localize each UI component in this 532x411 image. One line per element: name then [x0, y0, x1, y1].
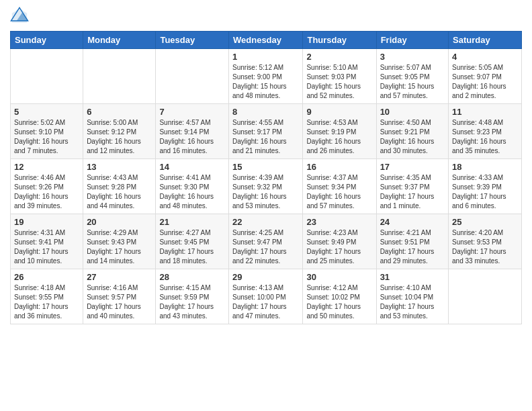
cell-daylight-info: Sunrise: 4:12 AM Sunset: 10:02 PM Daylig…: [306, 283, 372, 321]
cell-day-number: 10: [380, 107, 445, 117]
cell-day-number: 9: [306, 107, 372, 117]
cell-daylight-info: Sunrise: 4:33 AM Sunset: 9:39 PM Dayligh…: [452, 173, 518, 211]
header: [10, 7, 522, 26]
calendar-table: SundayMondayTuesdayWednesdayThursdayFrid…: [10, 31, 522, 324]
calendar-cell: 3Sunrise: 5:07 AM Sunset: 9:05 PM Daylig…: [376, 49, 448, 104]
cell-daylight-info: Sunrise: 4:48 AM Sunset: 9:23 PM Dayligh…: [452, 118, 518, 156]
week-row-4: 19Sunrise: 4:31 AM Sunset: 9:41 PM Dayli…: [11, 214, 522, 269]
cell-day-number: 17: [380, 162, 445, 172]
cell-day-number: 21: [159, 217, 225, 227]
weekday-header-thursday: Thursday: [303, 32, 376, 49]
calendar-cell: 20Sunrise: 4:29 AM Sunset: 9:43 PM Dayli…: [83, 214, 156, 269]
cell-daylight-info: Sunrise: 4:20 AM Sunset: 9:53 PM Dayligh…: [452, 228, 518, 266]
cell-day-number: 14: [159, 162, 225, 172]
cell-day-number: 19: [14, 217, 79, 227]
calendar-cell: 16Sunrise: 4:37 AM Sunset: 9:34 PM Dayli…: [303, 159, 376, 214]
cell-day-number: 12: [14, 162, 79, 172]
cell-day-number: 7: [159, 107, 225, 117]
cell-daylight-info: Sunrise: 4:16 AM Sunset: 9:57 PM Dayligh…: [87, 283, 152, 321]
cell-day-number: 6: [87, 107, 152, 117]
calendar-cell: 15Sunrise: 4:39 AM Sunset: 9:32 PM Dayli…: [229, 159, 303, 214]
cell-daylight-info: Sunrise: 4:13 AM Sunset: 10:00 PM Daylig…: [232, 283, 299, 321]
cell-daylight-info: Sunrise: 4:50 AM Sunset: 9:21 PM Dayligh…: [380, 118, 445, 156]
calendar-cell: 28Sunrise: 4:15 AM Sunset: 9:59 PM Dayli…: [156, 269, 229, 324]
calendar-cell: 29Sunrise: 4:13 AM Sunset: 10:00 PM Dayl…: [229, 269, 303, 324]
cell-day-number: 5: [14, 107, 79, 117]
calendar-cell: 10Sunrise: 4:50 AM Sunset: 9:21 PM Dayli…: [376, 104, 448, 159]
cell-day-number: 4: [452, 52, 518, 62]
calendar-cell: 18Sunrise: 4:33 AM Sunset: 9:39 PM Dayli…: [449, 159, 522, 214]
calendar-cell: 23Sunrise: 4:23 AM Sunset: 9:49 PM Dayli…: [303, 214, 376, 269]
cell-daylight-info: Sunrise: 4:57 AM Sunset: 9:14 PM Dayligh…: [159, 118, 225, 156]
cell-day-number: 25: [452, 217, 518, 227]
calendar-cell: 19Sunrise: 4:31 AM Sunset: 9:41 PM Dayli…: [11, 214, 83, 269]
calendar-cell: 31Sunrise: 4:10 AM Sunset: 10:04 PM Dayl…: [376, 269, 448, 324]
calendar-cell: 1Sunrise: 5:12 AM Sunset: 9:00 PM Daylig…: [229, 49, 303, 104]
cell-day-number: 13: [87, 162, 152, 172]
cell-daylight-info: Sunrise: 5:10 AM Sunset: 9:03 PM Dayligh…: [306, 63, 372, 101]
calendar-cell: 13Sunrise: 4:43 AM Sunset: 9:28 PM Dayli…: [83, 159, 156, 214]
weekday-header-sunday: Sunday: [11, 32, 83, 49]
cell-daylight-info: Sunrise: 4:41 AM Sunset: 9:30 PM Dayligh…: [159, 173, 225, 211]
cell-daylight-info: Sunrise: 5:00 AM Sunset: 9:12 PM Dayligh…: [87, 118, 152, 156]
cell-day-number: 18: [452, 162, 518, 172]
cell-daylight-info: Sunrise: 4:29 AM Sunset: 9:43 PM Dayligh…: [87, 228, 152, 266]
week-row-3: 12Sunrise: 4:46 AM Sunset: 9:26 PM Dayli…: [11, 159, 522, 214]
calendar-cell: 2Sunrise: 5:10 AM Sunset: 9:03 PM Daylig…: [303, 49, 376, 104]
cell-daylight-info: Sunrise: 4:21 AM Sunset: 9:51 PM Dayligh…: [380, 228, 445, 266]
calendar-cell: 26Sunrise: 4:18 AM Sunset: 9:55 PM Dayli…: [11, 269, 83, 324]
cell-daylight-info: Sunrise: 4:53 AM Sunset: 9:19 PM Dayligh…: [306, 118, 372, 156]
calendar-cell: 8Sunrise: 4:55 AM Sunset: 9:17 PM Daylig…: [229, 104, 303, 159]
calendar-cell: [11, 49, 83, 104]
cell-day-number: 8: [232, 107, 299, 117]
calendar-cell: 17Sunrise: 4:35 AM Sunset: 9:37 PM Dayli…: [376, 159, 448, 214]
cell-daylight-info: Sunrise: 4:15 AM Sunset: 9:59 PM Dayligh…: [159, 283, 225, 321]
calendar-cell: 27Sunrise: 4:16 AM Sunset: 9:57 PM Dayli…: [83, 269, 156, 324]
calendar-cell: 11Sunrise: 4:48 AM Sunset: 9:23 PM Dayli…: [449, 104, 522, 159]
cell-daylight-info: Sunrise: 5:02 AM Sunset: 9:10 PM Dayligh…: [14, 118, 79, 156]
week-row-2: 5Sunrise: 5:02 AM Sunset: 9:10 PM Daylig…: [11, 104, 522, 159]
cell-daylight-info: Sunrise: 4:35 AM Sunset: 9:37 PM Dayligh…: [380, 173, 445, 211]
cell-day-number: 15: [232, 162, 299, 172]
logo-icon: [10, 7, 29, 26]
cell-daylight-info: Sunrise: 4:18 AM Sunset: 9:55 PM Dayligh…: [14, 283, 79, 321]
cell-day-number: 22: [232, 217, 299, 227]
cell-day-number: 20: [87, 217, 152, 227]
calendar-cell: 5Sunrise: 5:02 AM Sunset: 9:10 PM Daylig…: [11, 104, 83, 159]
week-row-1: 1Sunrise: 5:12 AM Sunset: 9:00 PM Daylig…: [11, 49, 522, 104]
cell-daylight-info: Sunrise: 5:12 AM Sunset: 9:00 PM Dayligh…: [232, 63, 299, 101]
calendar-cell: 30Sunrise: 4:12 AM Sunset: 10:02 PM Dayl…: [303, 269, 376, 324]
cell-day-number: 23: [306, 217, 372, 227]
cell-day-number: 11: [452, 107, 518, 117]
cell-day-number: 3: [380, 52, 445, 62]
weekday-header-friday: Friday: [376, 32, 448, 49]
calendar-cell: [156, 49, 229, 104]
calendar-cell: [449, 269, 522, 324]
cell-day-number: 31: [380, 272, 445, 282]
cell-daylight-info: Sunrise: 4:25 AM Sunset: 9:47 PM Dayligh…: [232, 228, 299, 266]
cell-day-number: 30: [306, 272, 372, 282]
calendar-cell: 6Sunrise: 5:00 AM Sunset: 9:12 PM Daylig…: [83, 104, 156, 159]
cell-daylight-info: Sunrise: 5:05 AM Sunset: 9:07 PM Dayligh…: [452, 63, 518, 101]
cell-day-number: 24: [380, 217, 445, 227]
calendar-cell: [83, 49, 156, 104]
calendar-cell: 25Sunrise: 4:20 AM Sunset: 9:53 PM Dayli…: [449, 214, 522, 269]
cell-daylight-info: Sunrise: 4:43 AM Sunset: 9:28 PM Dayligh…: [87, 173, 152, 211]
cell-day-number: 27: [87, 272, 152, 282]
cell-day-number: 26: [14, 272, 79, 282]
cell-daylight-info: Sunrise: 5:07 AM Sunset: 9:05 PM Dayligh…: [380, 63, 445, 101]
calendar-cell: 14Sunrise: 4:41 AM Sunset: 9:30 PM Dayli…: [156, 159, 229, 214]
calendar-cell: 7Sunrise: 4:57 AM Sunset: 9:14 PM Daylig…: [156, 104, 229, 159]
cell-daylight-info: Sunrise: 4:46 AM Sunset: 9:26 PM Dayligh…: [14, 173, 79, 211]
calendar-cell: 21Sunrise: 4:27 AM Sunset: 9:45 PM Dayli…: [156, 214, 229, 269]
weekday-header-row: SundayMondayTuesdayWednesdayThursdayFrid…: [11, 32, 522, 49]
cell-day-number: 2: [306, 52, 372, 62]
weekday-header-monday: Monday: [83, 32, 156, 49]
weekday-header-tuesday: Tuesday: [156, 32, 229, 49]
weekday-header-wednesday: Wednesday: [229, 32, 303, 49]
cell-daylight-info: Sunrise: 4:55 AM Sunset: 9:17 PM Dayligh…: [232, 118, 299, 156]
cell-daylight-info: Sunrise: 4:23 AM Sunset: 9:49 PM Dayligh…: [306, 228, 372, 266]
logo: [10, 7, 32, 26]
cell-day-number: 1: [232, 52, 299, 62]
cell-daylight-info: Sunrise: 4:27 AM Sunset: 9:45 PM Dayligh…: [159, 228, 225, 266]
